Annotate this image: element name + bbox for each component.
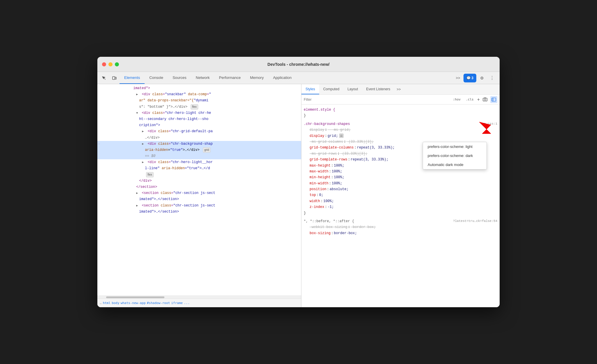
style-property: z-index : -1; (304, 204, 497, 210)
tab-memory[interactable]: Memory (245, 72, 268, 84)
dom-line: ▶ <section class="chr-section js-sect (97, 190, 301, 196)
screenshot-icon[interactable] (482, 96, 489, 103)
style-property: display: --ms-grid; (304, 127, 497, 133)
breadcrumb-more[interactable]: ... (184, 301, 190, 305)
tab-network[interactable]: Network (191, 72, 215, 84)
styles-more-tabs[interactable]: >> (394, 84, 403, 94)
expand-arrow[interactable]: ▶ (142, 142, 145, 146)
expand-arrow[interactable]: ▶ (136, 191, 140, 196)
chat-button[interactable]: 💬 3 (463, 74, 476, 82)
expand-arrow[interactable]: ▶ (136, 92, 140, 97)
titlebar: DevTools - chrome://whats-new/ (97, 57, 500, 72)
flex-badge[interactable]: flex (191, 104, 198, 109)
flex-badge[interactable]: flex (146, 172, 154, 177)
dom-tree[interactable]: imated"> ▶ <div class="snackbar" data-co… (97, 84, 301, 296)
more-tabs-button[interactable]: >> (454, 74, 462, 82)
tab-computed[interactable]: Computed (319, 84, 343, 94)
style-property: min-width : 100%; (304, 181, 497, 186)
svg-rect-0 (113, 77, 115, 79)
device-toolbar-icon[interactable] (109, 72, 120, 84)
kebab-icon: ⋮ (490, 76, 494, 80)
devtools-tab-bar: Elements Console Sources Network Perform… (97, 72, 500, 84)
svg-marker-7 (479, 122, 491, 134)
expand-arrow[interactable]: ▶ (136, 204, 140, 208)
style-source-link2[interactable]: ?latest=tru…ck=false:54 (453, 218, 497, 224)
style-property: width : 100%; (304, 198, 497, 204)
dom-line: …</div> (97, 135, 301, 141)
breadcrumb-body[interactable]: body (112, 301, 120, 305)
dom-line: l-line" aria-hidden="true">…</d (97, 165, 301, 172)
dropdown-item-dark[interactable]: prefers-color-scheme: dark (423, 151, 487, 160)
dom-line: cription"> (97, 122, 301, 128)
style-property: -webkit-box-sizing: border-box; (304, 224, 497, 230)
svg-rect-4 (484, 98, 486, 98)
dom-line: flex (97, 172, 301, 178)
breadcrumb-app[interactable]: whats-new-app (121, 301, 146, 305)
dom-line: ▶ <div class="chr-hero-light__hor (97, 159, 301, 165)
style-rule-universal: *, *::before, *::after { ?latest=tru…ck=… (301, 217, 500, 237)
styles-tab-bar: Styles Computed Layout Event Listeners >… (301, 84, 500, 95)
style-property: box-sizing : border-box; (304, 230, 497, 236)
devtools-window: DevTools - chrome://whats-new/ Elements … (97, 57, 500, 307)
style-property: min-height : 100%; (304, 174, 497, 180)
dom-line-selected: … ▶ <div class="chr-background-shap (97, 141, 301, 147)
dom-line: </div> (97, 178, 301, 184)
expand-arrow[interactable]: ▶ (142, 160, 145, 165)
dom-line: imated"> (97, 85, 301, 91)
dom-line-selected: aria-hidden="true">…</div> grid (97, 147, 301, 153)
style-property: display : grid; (304, 133, 497, 139)
style-property: position : absolute; (304, 186, 497, 192)
breadcrumb-ellipsis[interactable]: … (100, 301, 102, 305)
dropdown-item-light[interactable]: prefers-color-scheme: light (423, 142, 487, 151)
settings-button[interactable]: ⚙ (477, 74, 486, 82)
breadcrumb-shadow[interactable]: #shadow-root (147, 301, 170, 305)
chat-icon: 💬 (466, 76, 471, 80)
grid-badge[interactable]: grid (203, 147, 211, 153)
dom-line: ▶ <section class="chr-section js-sect (97, 203, 301, 209)
tab-layout[interactable]: Layout (343, 84, 362, 94)
style-property: top : 0; (304, 192, 497, 198)
svg-rect-1 (115, 77, 116, 79)
tab-event-listeners[interactable]: Event Listeners (362, 84, 394, 94)
grid-icon[interactable] (339, 134, 343, 138)
devtools-tabs-right: >> 💬 3 ⚙ ⋮ (454, 72, 498, 84)
dom-scrollbar[interactable] (97, 296, 301, 298)
filter-input[interactable] (304, 98, 449, 102)
expand-arrow[interactable]: ▶ (142, 129, 145, 134)
dom-line: ht--secondary chr-hero-light--sho (97, 116, 301, 122)
tab-elements[interactable]: Elements (120, 72, 145, 84)
dom-panel: imated"> ▶ <div class="snackbar" data-co… (97, 84, 301, 307)
tab-performance[interactable]: Performance (214, 72, 245, 84)
dom-line: ▼ <div class="chr-hero-light chr-he (97, 110, 301, 116)
breadcrumb-iframe[interactable]: iframe (171, 301, 183, 305)
tab-console[interactable]: Console (145, 72, 168, 84)
breadcrumb-html[interactable]: html (103, 301, 111, 305)
cls-button[interactable]: .cls (464, 97, 475, 102)
styles-content[interactable]: element.style { } .chr-background-shapes… (301, 105, 500, 307)
close-button[interactable] (102, 62, 106, 66)
tab-styles[interactable]: Styles (301, 84, 319, 94)
hov-button[interactable]: :hov (451, 97, 463, 102)
styles-panel: Styles Computed Layout Event Listeners >… (301, 84, 500, 307)
more-options-button[interactable]: ⋮ (487, 74, 496, 82)
dom-line-dollar-zero: == $0 (97, 153, 301, 159)
minimize-button[interactable] (108, 62, 113, 66)
dom-line: ▶ <div class="snackbar" data-comp=" (97, 91, 301, 98)
tab-application[interactable]: Application (268, 72, 296, 84)
dropdown-item-auto[interactable]: Automatic dark mode (423, 160, 487, 169)
devtools-body: imated"> ▶ <div class="snackbar" data-co… (97, 84, 500, 307)
color-scheme-button[interactable] (490, 96, 497, 103)
dom-line: ▶ <div class="chr-grid-default-pa (97, 128, 301, 135)
add-style-button[interactable]: + (477, 97, 480, 102)
inspect-icon[interactable] (99, 72, 109, 84)
svg-point-3 (484, 99, 486, 100)
svg-rect-6 (492, 98, 494, 101)
ellipsis-marker: … (98, 141, 100, 146)
collapse-arrow[interactable]: ▼ (136, 111, 140, 116)
dom-line: s": "bottom" }">…</div> flex (97, 104, 301, 110)
traffic-lights (102, 62, 119, 66)
dom-line: imated">…</section> (97, 196, 301, 202)
tab-sources[interactable]: Sources (168, 72, 191, 84)
dom-scrollbar-thumb[interactable] (106, 296, 164, 298)
maximize-button[interactable] (115, 62, 119, 66)
